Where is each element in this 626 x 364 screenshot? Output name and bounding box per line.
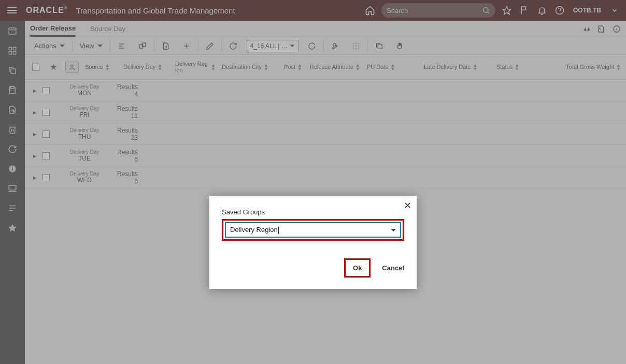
ok-button[interactable]: Ok	[348, 262, 367, 274]
cancel-button[interactable]: Cancel	[382, 264, 404, 272]
highlight-frame: Delivery Region	[222, 219, 404, 241]
modal-overlay	[0, 0, 626, 364]
dialog-title: Saved Groups	[222, 208, 404, 216]
highlight-frame: Ok	[344, 258, 371, 278]
saved-groups-dialog: ✕ Saved Groups Delivery Region Ok Cancel	[209, 196, 417, 289]
close-icon[interactable]: ✕	[404, 200, 411, 211]
chevron-down-icon[interactable]	[391, 229, 396, 231]
saved-groups-combobox[interactable]: Delivery Region	[225, 222, 401, 238]
combobox-value: Delivery Region	[230, 226, 279, 234]
